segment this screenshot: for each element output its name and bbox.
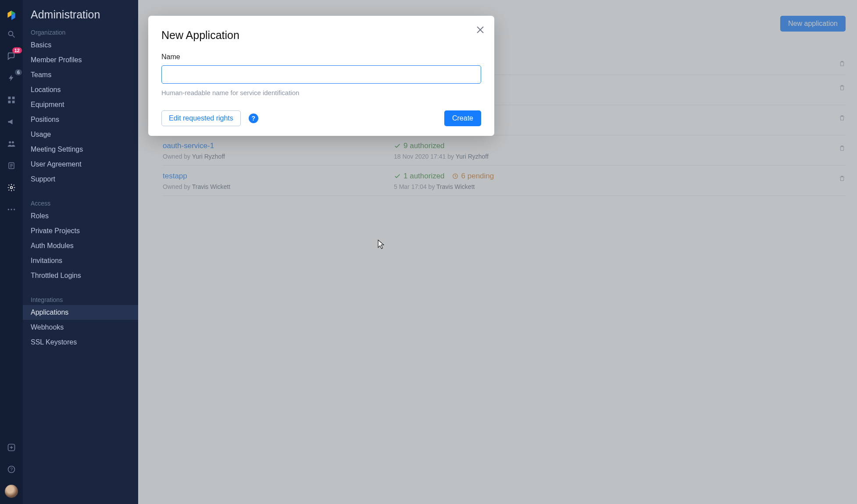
close-icon[interactable] bbox=[475, 25, 486, 35]
search-icon[interactable] bbox=[5, 28, 18, 40]
gear-icon[interactable] bbox=[5, 181, 18, 194]
svg-line-1 bbox=[13, 35, 15, 38]
sidebar-item-locations[interactable]: Locations bbox=[23, 82, 138, 97]
sidebar-group-integrations: Integrations bbox=[23, 292, 138, 305]
sidebar-item-teams[interactable]: Teams bbox=[23, 67, 138, 82]
bolt-icon[interactable]: 6 bbox=[5, 72, 18, 84]
svg-point-15 bbox=[14, 209, 15, 210]
sidebar-group-access: Access bbox=[23, 195, 138, 209]
edit-rights-button[interactable]: Edit requested rights bbox=[161, 110, 241, 126]
svg-rect-2 bbox=[8, 97, 11, 99]
more-icon[interactable] bbox=[5, 203, 18, 216]
svg-point-6 bbox=[9, 141, 11, 143]
name-label: Name bbox=[161, 53, 481, 61]
sidebar-item-member-profiles[interactable]: Member Profiles bbox=[23, 53, 138, 67]
sidebar-item-usage[interactable]: Usage bbox=[23, 127, 138, 142]
bolt-badge: 6 bbox=[15, 69, 22, 75]
people-icon[interactable] bbox=[5, 138, 18, 150]
sidebar-item-support[interactable]: Support bbox=[23, 172, 138, 187]
megaphone-icon[interactable] bbox=[5, 116, 18, 128]
sidebar-item-applications[interactable]: Applications bbox=[23, 305, 138, 320]
svg-point-13 bbox=[8, 209, 9, 210]
sidebar-item-invitations[interactable]: Invitations bbox=[23, 253, 138, 268]
sidebar-item-ssl-keystores[interactable]: SSL Keystores bbox=[23, 335, 138, 350]
svg-point-7 bbox=[12, 141, 14, 143]
add-icon[interactable] bbox=[5, 441, 18, 454]
logo-icon[interactable] bbox=[5, 9, 18, 21]
avatar[interactable] bbox=[5, 485, 18, 498]
sidebar-item-meeting-settings[interactable]: Meeting Settings bbox=[23, 142, 138, 157]
chat-icon[interactable]: 12 bbox=[5, 50, 18, 62]
help-icon[interactable]: ? bbox=[5, 463, 18, 476]
svg-rect-3 bbox=[12, 97, 15, 99]
name-input[interactable] bbox=[161, 65, 481, 84]
sidebar: Administration Organization Basics Membe… bbox=[23, 0, 138, 504]
sidebar-group-organization: Organization bbox=[23, 25, 138, 38]
name-help: Human-readable name for service identifi… bbox=[161, 89, 481, 96]
sidebar-item-positions[interactable]: Positions bbox=[23, 112, 138, 127]
apps-icon[interactable] bbox=[5, 94, 18, 106]
sidebar-item-equipment[interactable]: Equipment bbox=[23, 97, 138, 112]
svg-rect-5 bbox=[12, 101, 15, 103]
sidebar-item-roles[interactable]: Roles bbox=[23, 209, 138, 224]
help-round-icon[interactable]: ? bbox=[249, 114, 258, 123]
sidebar-item-basics[interactable]: Basics bbox=[23, 38, 138, 53]
sidebar-item-private-projects[interactable]: Private Projects bbox=[23, 224, 138, 238]
svg-point-0 bbox=[8, 31, 13, 35]
sidebar-item-user-agreement[interactable]: User Agreement bbox=[23, 157, 138, 172]
document-icon[interactable] bbox=[5, 160, 18, 172]
sidebar-item-webhooks[interactable]: Webhooks bbox=[23, 320, 138, 335]
sidebar-item-throttled-logins[interactable]: Throttled Logins bbox=[23, 268, 138, 283]
svg-rect-4 bbox=[8, 101, 11, 103]
icon-rail: 12 6 ? bbox=[0, 0, 23, 504]
new-application-modal: New Application Name Human-readable name… bbox=[148, 16, 494, 136]
chat-badge: 12 bbox=[12, 47, 22, 53]
sidebar-title: Administration bbox=[23, 6, 138, 25]
svg-text:?: ? bbox=[10, 467, 13, 472]
svg-point-12 bbox=[11, 187, 13, 189]
modal-title: New Application bbox=[161, 29, 481, 42]
sidebar-item-auth-modules[interactable]: Auth Modules bbox=[23, 238, 138, 253]
svg-point-14 bbox=[11, 209, 12, 210]
create-button[interactable]: Create bbox=[444, 110, 481, 126]
